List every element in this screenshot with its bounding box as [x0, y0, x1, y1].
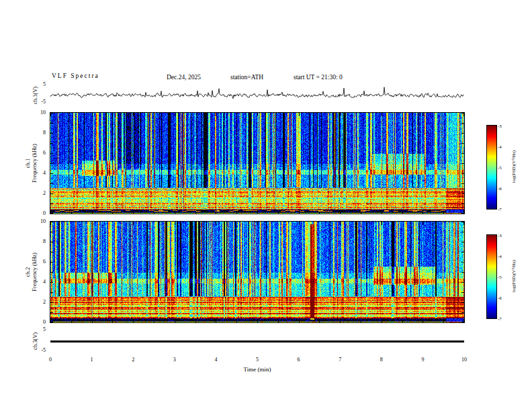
- colorbar-ch2-ticks-item: -3: [498, 232, 511, 239]
- ch2-spec-yticks-item: 4: [34, 279, 46, 285]
- ch2-spectrogram-canvas: [50, 222, 464, 322]
- ch1-spec-yticks-item: 4: [34, 170, 46, 177]
- ch2-spec-yticks-item: 8: [34, 238, 46, 245]
- time-axis-ticks-item: 1: [85, 357, 99, 363]
- ch2-spectrogram-panel: [50, 221, 465, 323]
- time-axis-ticks-item: 8: [375, 357, 388, 363]
- time-axis-ticks-item: 5: [251, 357, 264, 363]
- ch3-wave-ytick-top: 5: [34, 326, 46, 333]
- time-axis-ticks-item: 0: [44, 357, 57, 363]
- ch2-spec-yticks-item: 2: [34, 299, 46, 306]
- time-axis-ticks-item: 6: [292, 357, 306, 363]
- colorbar-ch2-label: log(PSD)(V²/Hz): [511, 260, 517, 292]
- ch1-wave-ytick-top: 5: [34, 81, 46, 88]
- time-axis-ticks-item: 3: [168, 357, 181, 363]
- ch1-spec-yticks-item: 0: [34, 210, 46, 217]
- time-axis-ticks-item: 7: [333, 357, 347, 363]
- ch1-spectrogram-panel: [50, 112, 465, 214]
- station-label: station=ATH: [230, 74, 263, 81]
- start-ut-label: start UT = 21:30: 0: [294, 74, 343, 81]
- time-axis-label: Time (min): [50, 366, 464, 373]
- colorbar-ch2-ticks-item: -4: [498, 253, 511, 260]
- colorbar-ch2-canvas: [487, 235, 496, 318]
- ch2-spec-yticks-item: 10: [34, 218, 46, 225]
- ch1-spec-axis-label-line1: ch.1: [24, 144, 31, 183]
- colorbar-ch1: [486, 125, 497, 210]
- colorbar-ch1-ticks-item: -3: [498, 123, 511, 130]
- colorbar-ch1-ticks-item: -6: [498, 185, 511, 192]
- colorbar-ch1-ticks-item: -5: [498, 165, 511, 171]
- colorbar-ch2: [486, 234, 497, 319]
- ch1-spectrogram-canvas: [50, 113, 464, 214]
- colorbar-ch1-label: log(PSD)(V²/Hz): [511, 150, 517, 183]
- time-axis-ticks-item: 9: [416, 357, 429, 363]
- colorbar-ch1-canvas: [487, 126, 496, 209]
- ch3-flatline-trace: [50, 340, 464, 342]
- time-axis-ticks-item: 2: [126, 357, 140, 363]
- ch1-waveform-canvas: [50, 85, 464, 106]
- colorbar-ch2-ticks-item: -5: [498, 274, 511, 281]
- ch2-spec-yticks-item: 0: [34, 319, 46, 326]
- ch1-spec-yticks-item: 2: [34, 190, 46, 197]
- figure-title: VLF Spectra: [52, 73, 99, 79]
- ch3-wave-ytick-bottom: -5: [34, 347, 46, 354]
- colorbar-ch1-ticks-item: -4: [498, 144, 511, 150]
- date-label: Dec.24, 2025: [167, 74, 201, 81]
- ch1-spec-yticks-item: 10: [34, 109, 46, 116]
- ch1-spec-yticks-item: 6: [34, 150, 46, 156]
- colorbar-ch2-ticks-item: -6: [498, 295, 511, 302]
- colorbar-ch1-ticks-item: -7: [498, 206, 511, 213]
- time-axis-ticks-item: 4: [209, 357, 222, 363]
- time-axis-ticks-item: 10: [457, 357, 471, 363]
- ch2-spec-yticks-item: 6: [34, 259, 46, 265]
- colorbar-ch2-ticks-item: -7: [498, 316, 511, 322]
- ch2-spec-axis-label-line1: ch.2: [24, 253, 31, 291]
- vlf-spectra-figure: VLF Spectra Dec.24, 2025 station=ATH sta…: [0, 0, 532, 411]
- ch1-wave-ytick-bottom: -5: [34, 99, 46, 105]
- ch1-spec-yticks-item: 8: [34, 130, 46, 136]
